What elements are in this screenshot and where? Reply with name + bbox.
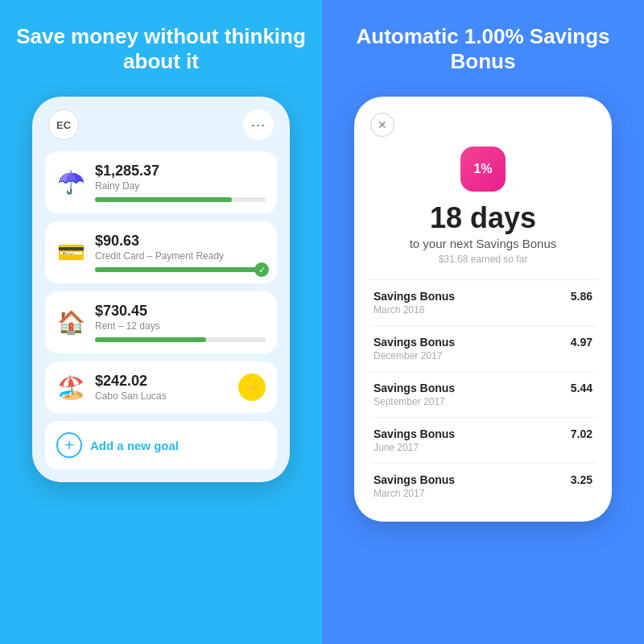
bonus-row: Savings Bonus March 2017 3.25 [370, 464, 596, 509]
bonus-info: Savings Bonus December 2017 [374, 336, 455, 361]
bonus-amount: 5.44 [571, 382, 592, 394]
progress-fill [95, 267, 266, 272]
bonus-date: September 2017 [374, 396, 455, 407]
phone-mockup-right: ✕ 1% 18 days to your next Savings Bonus … [354, 97, 612, 522]
days-count: 18 days [370, 201, 596, 235]
days-sub: to your next Savings Bonus [370, 237, 596, 250]
bonus-info: Savings Bonus March 2018 [374, 290, 455, 316]
flash-icon: ⚡ [238, 374, 266, 401]
goal-emoji: 🏖️ [56, 374, 85, 401]
add-plus-icon: + [56, 432, 82, 458]
right-panel: Automatic 1.00% Savings Bonus ✕ 1% 18 da… [322, 0, 644, 644]
progress-fill [95, 197, 232, 202]
left-panel: Save money without thinking about it EC … [0, 0, 322, 644]
progress-bar [95, 337, 266, 342]
goal-amount: $1,285.37 [95, 163, 266, 180]
bonus-info: Savings Bonus September 2017 [374, 382, 455, 407]
goal-label: Credit Card – Payment Ready [95, 250, 266, 262]
bonus-row: Savings Bonus December 2017 4.97 [370, 326, 596, 372]
bonus-badge: 1% [460, 147, 506, 192]
bonus-row: Savings Bonus June 2017 7.02 [370, 418, 596, 464]
bonus-amount: 7.02 [571, 427, 592, 440]
goals-list: ☂️ $1,285.37 Rainy Day 💳 $90.63 Credit C… [45, 151, 277, 413]
bonus-name: Savings Bonus [374, 290, 455, 303]
goal-amount: $242.02 [95, 373, 229, 390]
bonus-name: Savings Bonus [374, 336, 455, 349]
bonus-amount: 5.86 [571, 290, 592, 303]
add-goal-row[interactable]: + Add a new goal [45, 421, 277, 469]
earned-text: $31.68 earned so far [370, 254, 596, 265]
avatar: EC [48, 109, 79, 140]
goal-info: $730.45 Rent – 12 days [95, 303, 266, 342]
goal-emoji: 💳 [56, 239, 85, 266]
bonus-amount: 3.25 [571, 473, 592, 486]
goal-card[interactable]: 💳 $90.63 Credit Card – Payment Ready ✓ [45, 221, 277, 283]
goal-info: $90.63 Credit Card – Payment Ready ✓ [95, 233, 266, 272]
goal-label: Rainy Day [95, 180, 266, 192]
bonus-name: Savings Bonus [374, 473, 455, 486]
bonus-name: Savings Bonus [374, 427, 455, 440]
goal-label: Cabo San Lucas [95, 390, 229, 402]
goal-info: $1,285.37 Rainy Day [95, 163, 266, 202]
add-goal-label: Add a new goal [90, 439, 179, 452]
goal-amount: $730.45 [95, 303, 266, 320]
bonus-name: Savings Bonus [374, 382, 455, 394]
bonus-row: Savings Bonus September 2017 5.44 [370, 372, 596, 418]
goal-emoji: 🏠 [56, 309, 85, 336]
close-button[interactable]: ✕ [370, 113, 394, 137]
goal-emoji: ☂️ [56, 169, 85, 196]
progress-bar [95, 197, 266, 202]
bonus-date: March 2017 [374, 488, 455, 499]
progress-fill [95, 337, 206, 342]
goal-label: Rent – 12 days [95, 320, 266, 332]
bonus-row: Savings Bonus March 2018 5.86 [370, 280, 596, 326]
right-headline: Automatic 1.00% Savings Bonus [338, 24, 628, 74]
bonus-date: March 2018 [374, 304, 455, 316]
check-icon: ✓ [254, 262, 269, 277]
left-headline: Save money without thinking about it [16, 24, 306, 74]
goal-card[interactable]: 🏠 $730.45 Rent – 12 days [45, 291, 277, 353]
bonus-date: December 2017 [374, 350, 455, 361]
bonus-date: June 2017 [374, 442, 455, 453]
more-options-button[interactable]: ··· [243, 109, 274, 140]
goal-card[interactable]: 🏖️ $242.02 Cabo San Lucas ⚡ [45, 361, 277, 413]
goal-amount: $90.63 [95, 233, 266, 250]
progress-bar: ✓ [95, 267, 266, 272]
phone-mockup-left: EC ··· ☂️ $1,285.37 Rainy Day 💳 $90.63 C… [32, 97, 290, 482]
goal-info: $242.02 Cabo San Lucas [95, 373, 229, 402]
phone-header: EC ··· [45, 109, 277, 140]
bonuses-list: Savings Bonus March 2018 5.86 Savings Bo… [370, 280, 596, 509]
goal-card[interactable]: ☂️ $1,285.37 Rainy Day [45, 151, 277, 213]
bonus-info: Savings Bonus June 2017 [374, 427, 455, 453]
bonus-amount: 4.97 [571, 336, 592, 349]
bonus-info: Savings Bonus March 2017 [374, 473, 455, 499]
